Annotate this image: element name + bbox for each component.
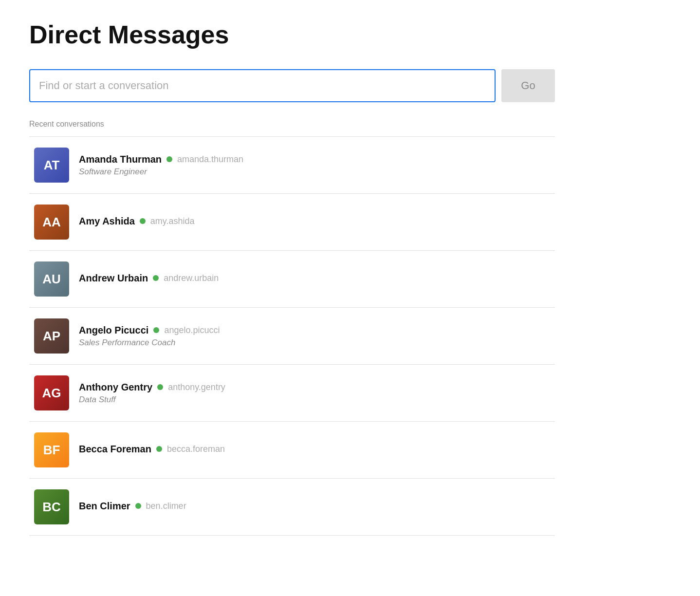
online-status-indicator <box>135 503 141 509</box>
username: amy.ashida <box>150 216 195 226</box>
search-row: Go <box>29 69 555 102</box>
conversation-info: Ben Climerben.climer <box>79 501 550 514</box>
list-item[interactable]: BFBecca Foremanbecca.foreman <box>29 422 555 479</box>
search-input[interactable] <box>29 69 496 102</box>
online-status-indicator <box>157 384 163 390</box>
page-title: Direct Messages <box>29 19 671 50</box>
list-item[interactable]: ATAmanda Thurmanamanda.thurmanSoftware E… <box>29 137 555 194</box>
name-row: Becca Foremanbecca.foreman <box>79 444 550 455</box>
conversations-list: ATAmanda Thurmanamanda.thurmanSoftware E… <box>29 136 555 536</box>
online-status-indicator <box>166 156 172 162</box>
name-row: Amanda Thurmanamanda.thurman <box>79 154 550 165</box>
username: amanda.thurman <box>177 154 243 165</box>
list-item[interactable]: APAngelo Picucciangelo.picucciSales Perf… <box>29 308 555 365</box>
avatar: AA <box>34 205 69 240</box>
list-item[interactable]: AAAmy Ashidaamy.ashida <box>29 194 555 251</box>
conversation-info: Andrew Urbainandrew.urbain <box>79 273 550 286</box>
name-row: Anthony Gentryanthony.gentry <box>79 382 550 393</box>
name-row: Amy Ashidaamy.ashida <box>79 216 550 227</box>
contact-name: Amy Ashida <box>79 216 135 227</box>
contact-name: Angelo Picucci <box>79 325 148 336</box>
contact-name: Amanda Thurman <box>79 154 162 165</box>
username: ben.climer <box>146 501 186 511</box>
avatar: AT <box>34 148 69 183</box>
contact-name: Becca Foreman <box>79 444 151 455</box>
avatar: AP <box>34 318 69 354</box>
avatar: AG <box>34 375 69 410</box>
list-item[interactable]: AUAndrew Urbainandrew.urbain <box>29 251 555 308</box>
recent-conversations-label: Recent conversations <box>29 120 671 129</box>
job-title: Sales Performance Coach <box>79 338 550 348</box>
conversation-info: Amy Ashidaamy.ashida <box>79 216 550 229</box>
username: andrew.urbain <box>164 273 219 283</box>
avatar: AU <box>34 261 69 297</box>
online-status-indicator <box>153 327 159 333</box>
avatar: BC <box>34 489 69 524</box>
name-row: Angelo Picucciangelo.picucci <box>79 325 550 336</box>
name-row: Andrew Urbainandrew.urbain <box>79 273 550 284</box>
conversation-info: Angelo Picucciangelo.picucciSales Perfor… <box>79 325 550 348</box>
online-status-indicator <box>156 446 162 452</box>
username: anthony.gentry <box>168 382 225 392</box>
job-title: Data Stuff <box>79 395 550 405</box>
conversation-info: Amanda Thurmanamanda.thurmanSoftware Eng… <box>79 154 550 177</box>
list-item[interactable]: AGAnthony Gentryanthony.gentryData Stuff <box>29 365 555 422</box>
contact-name: Andrew Urbain <box>79 273 148 284</box>
username: angelo.picucci <box>164 325 220 335</box>
list-item[interactable]: BCBen Climerben.climer <box>29 479 555 536</box>
job-title: Software Engineer <box>79 167 550 177</box>
name-row: Ben Climerben.climer <box>79 501 550 512</box>
conversation-info: Becca Foremanbecca.foreman <box>79 444 550 457</box>
contact-name: Anthony Gentry <box>79 382 152 393</box>
online-status-indicator <box>153 275 159 281</box>
go-button[interactable]: Go <box>501 69 555 102</box>
avatar: BF <box>34 432 69 467</box>
contact-name: Ben Climer <box>79 501 130 512</box>
online-status-indicator <box>140 218 146 224</box>
conversation-info: Anthony Gentryanthony.gentryData Stuff <box>79 382 550 405</box>
username: becca.foreman <box>167 444 225 454</box>
